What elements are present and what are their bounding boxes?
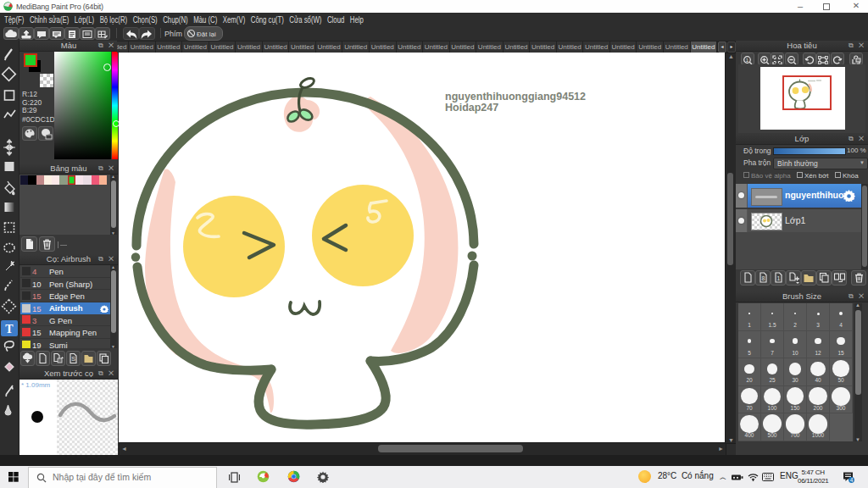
svg-text:1: 1: [746, 58, 749, 63]
svg-text:8: 8: [761, 275, 765, 281]
svg-text:S: S: [71, 356, 75, 362]
svg-text:1: 1: [776, 275, 780, 281]
svg-text:Hoidap247: Hoidap247: [445, 102, 498, 114]
svg-text:nguyenthihuonggiang94512: nguyenthihuonggiang94512: [445, 91, 586, 103]
svg-text:T: T: [5, 323, 14, 336]
svg-text:4: 4: [850, 477, 854, 483]
